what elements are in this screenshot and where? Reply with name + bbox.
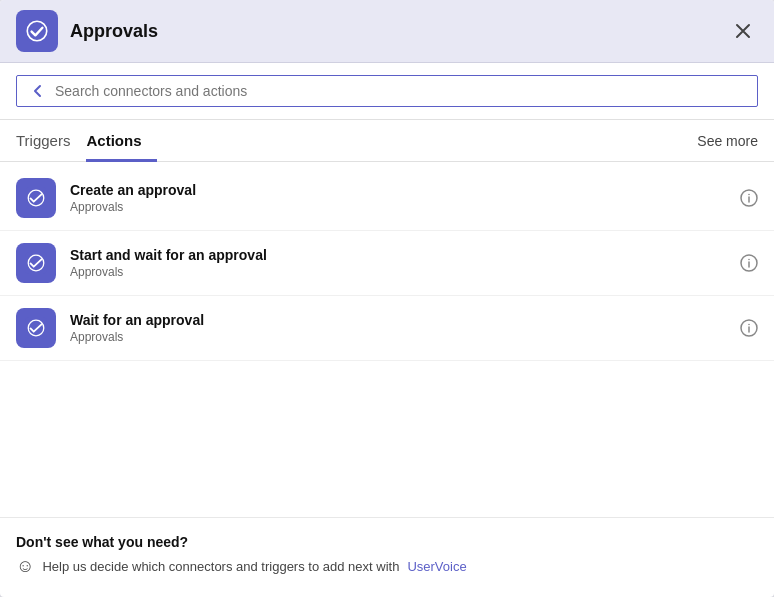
action-name-create-approval: Create an approval	[70, 182, 726, 198]
action-text-wait-approval: Wait for an approval Approvals	[70, 312, 726, 344]
action-item-wait-approval[interactable]: Wait for an approval Approvals	[0, 296, 774, 361]
action-item-start-wait-approval[interactable]: Start and wait for an approval Approvals	[0, 231, 774, 296]
svg-rect-0	[26, 20, 48, 42]
svg-point-9	[748, 259, 750, 261]
info-button-start-wait-approval[interactable]	[740, 254, 758, 272]
close-button[interactable]	[728, 16, 758, 46]
action-name-wait-approval: Wait for an approval	[70, 312, 726, 328]
approvals-modal: Approvals Triggers Actions See more	[0, 0, 774, 597]
search-inner	[16, 75, 758, 107]
smiley-icon: ☺	[16, 556, 34, 577]
action-text-start-wait-approval: Start and wait for an approval Approvals	[70, 247, 726, 279]
info-button-wait-approval[interactable]	[740, 319, 758, 337]
footer-section: Don't see what you need? ☺ Help us decid…	[0, 517, 774, 597]
footer-text: Help us decide which connectors and trig…	[42, 559, 399, 574]
action-sub-create-approval: Approvals	[70, 200, 726, 214]
see-more-button[interactable]: See more	[697, 133, 758, 149]
search-input[interactable]	[55, 83, 745, 99]
action-sub-wait-approval: Approvals	[70, 330, 726, 344]
info-button-create-approval[interactable]	[740, 189, 758, 207]
action-sub-start-wait-approval: Approvals	[70, 265, 726, 279]
tab-actions[interactable]: Actions	[86, 120, 157, 162]
tab-triggers[interactable]: Triggers	[16, 120, 86, 162]
action-name-start-wait-approval: Start and wait for an approval	[70, 247, 726, 263]
action-icon-wait-approval	[16, 308, 56, 348]
uservoice-link[interactable]: UserVoice	[407, 559, 466, 574]
footer-title: Don't see what you need?	[16, 534, 758, 550]
svg-point-13	[748, 324, 750, 326]
svg-point-5	[748, 194, 750, 196]
action-item-create-approval[interactable]: Create an approval Approvals	[0, 166, 774, 231]
action-icon-start-wait-approval	[16, 243, 56, 283]
action-icon-create-approval	[16, 178, 56, 218]
search-bar	[0, 63, 774, 120]
modal-header: Approvals	[0, 0, 774, 63]
approvals-header-icon	[16, 10, 58, 52]
action-text-create-approval: Create an approval Approvals	[70, 182, 726, 214]
action-list: Create an approval Approvals	[0, 162, 774, 517]
modal-title: Approvals	[70, 21, 716, 42]
tabs-row: Triggers Actions See more	[0, 120, 774, 162]
search-back-button[interactable]	[29, 82, 47, 100]
footer-text-row: ☺ Help us decide which connectors and tr…	[16, 556, 758, 577]
